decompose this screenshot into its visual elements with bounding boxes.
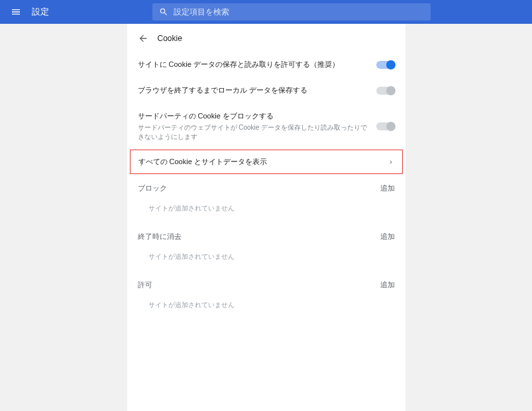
section-allow-empty: サイトが追加されていません [127,294,405,319]
app-header: 設定 [0,0,532,24]
menu-button[interactable] [8,4,24,20]
hamburger-icon [11,7,21,17]
back-button[interactable] [138,33,148,44]
row-allow-save: サイトに Cookie データの保存と読み取りを許可する（推奨） [127,52,405,77]
search-icon [159,7,168,17]
header-title: 設定 [32,6,49,18]
panel-title: Cookie [158,34,182,43]
section-clear-add[interactable]: 追加 [380,232,395,242]
section-block-header: ブロック 追加 [127,174,405,197]
row-block-third-sub: サードパーティのウェブサイトが Cookie データを保存したり読み取ったりでき… [138,123,368,142]
row-allow-save-label: サイトに Cookie データの保存と読み取りを許可する（推奨） [138,60,368,69]
row-until-close: ブラウザを終了するまでローカル データを保存する [127,77,405,103]
search-box[interactable] [152,3,431,21]
section-clear-header: 終了時に消去 追加 [127,222,405,246]
section-allow-add[interactable]: 追加 [380,280,395,290]
section-block-add[interactable]: 追加 [380,183,395,193]
arrow-left-icon [138,33,148,44]
view-all-cookies-button[interactable]: すべての Cookie とサイトデータを表示 [130,150,403,174]
chevron-right-icon [388,159,394,165]
section-allow-header: 許可 追加 [127,271,405,294]
row-until-close-label: ブラウザを終了するまでローカル データを保存する [138,85,368,95]
row-block-third-label: サードパーティの Cookie をブロックする [138,111,368,121]
toggle-until-close[interactable] [376,87,395,95]
section-clear-title: 終了時に消去 [138,232,182,242]
search-input[interactable] [174,7,424,17]
section-clear-empty: サイトが追加されていません [127,246,405,271]
toggle-block-third[interactable] [376,122,395,130]
view-all-label: すべての Cookie とサイトデータを表示 [138,157,267,167]
section-block-empty: サイトが追加されていません [127,197,405,222]
header-left: 設定 [8,4,49,20]
section-allow-title: 許可 [138,280,152,290]
settings-panel: Cookie サイトに Cookie データの保存と読み取りを許可する（推奨） … [127,24,405,411]
panel-header: Cookie [127,33,405,52]
toggle-allow-save[interactable] [376,61,395,69]
section-block-title: ブロック [138,183,167,193]
row-block-third: サードパーティの Cookie をブロックする サードパーティのウェブサイトが … [127,103,405,150]
